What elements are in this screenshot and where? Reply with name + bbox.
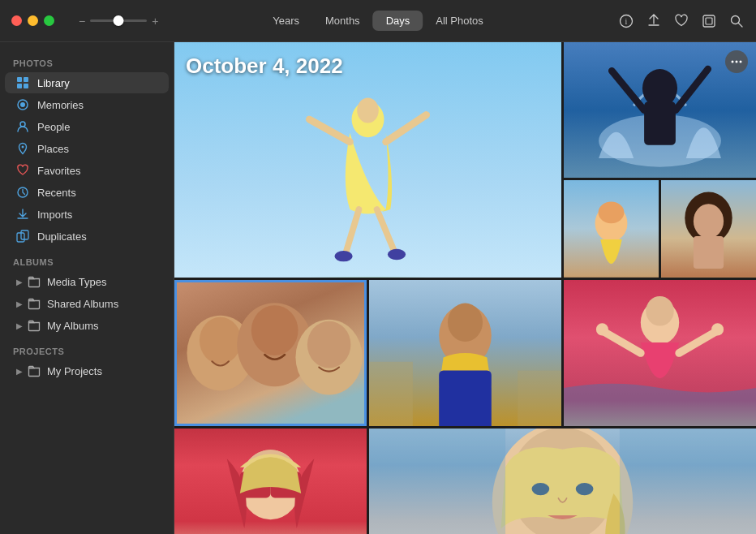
svg-point-25 bbox=[334, 251, 352, 261]
photo-cell-right-group bbox=[564, 42, 756, 278]
svg-point-35 bbox=[740, 61, 742, 63]
heart-sidebar-icon bbox=[16, 164, 31, 177]
folder-icon-media bbox=[28, 275, 42, 288]
share-icon[interactable] bbox=[646, 13, 662, 29]
sidebar-item-people[interactable]: People bbox=[5, 116, 169, 137]
photo-cell-curly-small[interactable] bbox=[661, 180, 756, 278]
close-button[interactable] bbox=[11, 15, 22, 26]
pin-icon bbox=[16, 142, 31, 155]
tab-days[interactable]: Days bbox=[373, 11, 423, 31]
photo-cell-water-splash[interactable] bbox=[564, 42, 756, 178]
main-content: Photos Library Memories bbox=[0, 42, 756, 534]
person-icon bbox=[16, 120, 31, 133]
heart-icon[interactable] bbox=[673, 13, 689, 29]
sidebar-item-my-albums[interactable]: ▶ My Albums bbox=[5, 315, 169, 336]
svg-rect-17 bbox=[174, 42, 561, 278]
svg-rect-3 bbox=[706, 18, 712, 24]
duplicate-icon bbox=[16, 230, 31, 243]
sidebar-item-duplicates[interactable]: Duplicates bbox=[5, 226, 169, 247]
tab-years[interactable]: Years bbox=[260, 11, 312, 31]
svg-rect-74 bbox=[620, 428, 756, 534]
zoom-track[interactable] bbox=[90, 19, 147, 22]
svg-rect-54 bbox=[369, 362, 413, 426]
svg-point-13 bbox=[22, 146, 24, 149]
svg-point-47 bbox=[251, 305, 299, 355]
zoom-plus-icon[interactable]: + bbox=[152, 15, 158, 28]
svg-point-11 bbox=[20, 102, 25, 107]
traffic-lights bbox=[11, 15, 54, 26]
sidebar-item-favorites[interactable]: Favorites bbox=[5, 160, 169, 181]
grid-icon bbox=[16, 76, 31, 89]
svg-point-4 bbox=[732, 15, 740, 24]
photo-cell-girl-yellow[interactable]: October 4, 2022 bbox=[174, 42, 561, 278]
clock-icon bbox=[16, 186, 31, 199]
tab-group: Years Months Days All Photos bbox=[260, 11, 496, 31]
svg-line-5 bbox=[739, 23, 743, 27]
more-options-button[interactable] bbox=[725, 50, 748, 73]
svg-point-52 bbox=[448, 304, 483, 342]
memories-label: Memories bbox=[37, 99, 84, 111]
svg-point-38 bbox=[599, 202, 625, 224]
photos-section-label: Photos bbox=[0, 49, 174, 71]
library-label: Library bbox=[37, 77, 70, 89]
sidebar-item-library[interactable]: Library bbox=[5, 72, 169, 93]
my-projects-arrow: ▶ bbox=[16, 367, 23, 376]
svg-point-49 bbox=[307, 321, 351, 368]
tab-months[interactable]: Months bbox=[312, 11, 373, 31]
imports-label: Imports bbox=[37, 209, 72, 221]
folder-icon-projects bbox=[28, 364, 42, 377]
titlebar: − + Years Months Days All Photos i bbox=[0, 0, 756, 42]
photo-cell-blonde-close[interactable] bbox=[369, 428, 756, 534]
places-label: Places bbox=[37, 143, 69, 155]
tab-all-photos[interactable]: All Photos bbox=[423, 11, 496, 31]
photo-grid: October 4, 2022 bbox=[174, 42, 756, 534]
import-icon bbox=[16, 208, 31, 221]
albums-section-label: Albums bbox=[0, 248, 174, 270]
favorites-label: Favorites bbox=[37, 165, 80, 177]
zoom-slider[interactable]: − + bbox=[79, 15, 158, 28]
my-projects-label: My Projects bbox=[47, 365, 102, 377]
svg-point-71 bbox=[532, 483, 550, 495]
people-label: People bbox=[37, 121, 70, 133]
sidebar-item-imports[interactable]: Imports bbox=[5, 204, 169, 225]
zoom-thumb[interactable] bbox=[114, 15, 124, 26]
svg-point-61 bbox=[596, 323, 608, 335]
svg-rect-8 bbox=[17, 84, 22, 88]
my-albums-arrow: ▶ bbox=[16, 321, 23, 330]
minimize-button[interactable] bbox=[28, 15, 38, 26]
svg-rect-73 bbox=[369, 428, 505, 534]
frame-icon[interactable] bbox=[701, 13, 717, 29]
svg-text:i: i bbox=[625, 17, 628, 26]
sidebar-item-memories[interactable]: Memories bbox=[5, 94, 169, 115]
projects-section-label: Projects bbox=[0, 337, 174, 360]
maximize-button[interactable] bbox=[44, 15, 54, 26]
sidebar-item-places[interactable]: Places bbox=[5, 138, 169, 159]
sidebar-item-my-projects[interactable]: ▶ My Projects bbox=[5, 360, 169, 381]
sidebar-item-shared-albums[interactable]: ▶ Shared Albums bbox=[5, 293, 169, 314]
svg-rect-6 bbox=[17, 77, 22, 82]
svg-point-45 bbox=[200, 317, 242, 364]
shared-albums-label: Shared Albums bbox=[47, 298, 118, 310]
photo-cell-pink-dance[interactable] bbox=[564, 280, 756, 426]
search-icon[interactable] bbox=[728, 13, 745, 29]
info-icon[interactable]: i bbox=[618, 13, 634, 29]
svg-rect-42 bbox=[694, 237, 724, 269]
shared-albums-arrow: ▶ bbox=[16, 299, 23, 308]
toolbar-right: i bbox=[618, 13, 745, 29]
photo-cell-friends[interactable] bbox=[174, 280, 367, 426]
svg-point-26 bbox=[388, 249, 406, 260]
folder-icon-shared bbox=[28, 297, 42, 310]
svg-rect-30 bbox=[644, 101, 676, 145]
duplicates-label: Duplicates bbox=[37, 230, 87, 243]
zoom-minus-icon[interactable]: − bbox=[79, 15, 85, 28]
photo-cell-red-girl[interactable] bbox=[174, 428, 367, 534]
svg-point-72 bbox=[576, 483, 594, 495]
sidebar-item-recents[interactable]: Recents bbox=[5, 182, 169, 203]
svg-point-34 bbox=[736, 61, 738, 63]
svg-point-62 bbox=[711, 323, 724, 335]
sidebar-item-media-types[interactable]: ▶ Media Types bbox=[5, 271, 169, 292]
media-types-arrow: ▶ bbox=[16, 278, 23, 286]
photo-cell-yellow-man[interactable] bbox=[369, 280, 561, 426]
svg-rect-53 bbox=[439, 371, 492, 426]
photo-cell-beach-small[interactable] bbox=[564, 180, 659, 278]
